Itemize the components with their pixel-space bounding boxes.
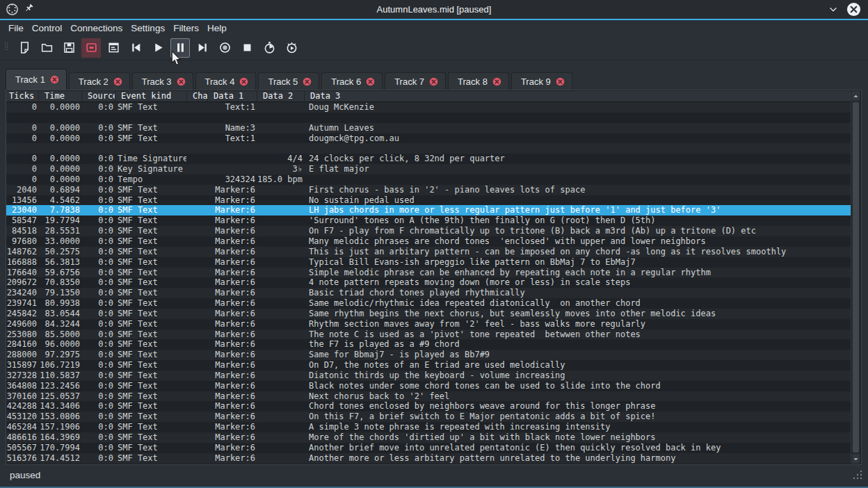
chevron-down-icon[interactable] bbox=[828, 4, 839, 18]
table-row[interactable]: 14876250.25750:0SMF TextMarker:6This is … bbox=[6, 247, 851, 257]
table-row[interactable]: 00.00000:0SMF TextText:1dougmck@tpg.com.… bbox=[6, 133, 851, 144]
tab-track-7[interactable]: Track 7 bbox=[385, 72, 446, 90]
table-row[interactable]: 28416096.00000:0SMF TextMarker:6the F7 i… bbox=[6, 339, 851, 350]
event-window-button[interactable] bbox=[104, 38, 123, 58]
cell: SMF Text bbox=[115, 102, 186, 113]
table-row[interactable]: 9768033.00000:0SMF TextMarker:6Many melo… bbox=[6, 236, 851, 247]
table-row[interactable]: 516376174.45120:0SMF TextMarker:6Another… bbox=[6, 453, 851, 464]
resize-grip-icon[interactable] bbox=[851, 469, 864, 484]
table-row[interactable]: 465284157.19060:0SMF TextMarker:6A simpl… bbox=[6, 422, 851, 432]
alarm-clock-play-button[interactable] bbox=[282, 38, 301, 58]
column-header-data-3[interactable]: Data 3 bbox=[304, 91, 851, 101]
tab-close-icon[interactable] bbox=[429, 77, 438, 86]
timer-button[interactable] bbox=[259, 38, 279, 58]
table-row[interactable] bbox=[6, 113, 851, 123]
menu-connections[interactable]: Connections bbox=[66, 20, 127, 35]
table-row[interactable]: 24584283.05440:0SMF TextMarker:6Same rhy… bbox=[6, 309, 851, 319]
save-file-button[interactable] bbox=[59, 38, 79, 58]
cell: 0:0 bbox=[81, 226, 115, 236]
tab-close-icon[interactable] bbox=[366, 77, 375, 86]
tab-track-1[interactable]: Track 1 bbox=[6, 69, 67, 90]
cell: 28.5531 bbox=[38, 226, 81, 236]
cell bbox=[186, 443, 207, 453]
open-file-button[interactable] bbox=[37, 38, 56, 58]
tab-close-icon[interactable] bbox=[177, 77, 186, 86]
table-row[interactable]: 20400.68940:0SMF TextMarker:6First choru… bbox=[6, 185, 851, 195]
column-header-time[interactable]: Time bbox=[38, 91, 81, 101]
cell bbox=[257, 360, 304, 371]
cell: SMF Text bbox=[115, 277, 186, 288]
table-row[interactable]: 17664059.67560:0SMF TextMarker:6Simple m… bbox=[6, 268, 851, 278]
scroll-down-icon[interactable] bbox=[852, 454, 860, 464]
table-row[interactable]: 230407.78380:0SMF TextMarker:6LH jabs ch… bbox=[6, 205, 851, 215]
table-row[interactable]: 23424079.13500:0SMF TextMarker:6Basic tr… bbox=[6, 288, 851, 298]
column-header-ticks[interactable]: Ticks bbox=[6, 91, 38, 101]
table-row[interactable] bbox=[6, 143, 851, 154]
tab-track-9[interactable]: Track 9 bbox=[511, 72, 572, 90]
column-header-source[interactable]: Source bbox=[81, 91, 115, 101]
cell: 176640 bbox=[6, 268, 38, 278]
skip-backward-button[interactable] bbox=[126, 38, 145, 58]
titlebar[interactable]: AutumnLeaves.mid [paused] bbox=[0, 0, 868, 19]
table-row[interactable]: 00.00000:0Time Signature4/424 clocks per… bbox=[6, 154, 851, 164]
toolbar-drag-handle[interactable] bbox=[3, 39, 12, 57]
tab-close-icon[interactable] bbox=[556, 77, 565, 86]
table-row[interactable]: 315897106.72190:0SMF TextMarker:6On D7, … bbox=[6, 360, 851, 371]
record-button[interactable] bbox=[215, 38, 234, 58]
table-row[interactable]: 505567170.79940:0SMF TextMarker:6Another… bbox=[6, 443, 851, 453]
tab-track-4[interactable]: Track 4 bbox=[195, 72, 257, 90]
tab-close-icon[interactable] bbox=[492, 77, 501, 86]
tab-close-icon[interactable] bbox=[50, 75, 59, 84]
close-icon[interactable] bbox=[846, 2, 861, 17]
menu-help[interactable]: Help bbox=[203, 20, 231, 35]
play-button[interactable] bbox=[148, 38, 168, 58]
table-row[interactable]: 25308085.50000:0SMF TextMarker:6The note… bbox=[6, 330, 851, 340]
vertical-scrollbar[interactable] bbox=[851, 91, 860, 464]
cell: 0:0 bbox=[81, 268, 115, 278]
tab-track-2[interactable]: Track 2 bbox=[69, 72, 130, 90]
tab-close-icon[interactable] bbox=[113, 77, 122, 86]
clear-events-button[interactable] bbox=[81, 38, 101, 58]
stop-button[interactable] bbox=[237, 38, 257, 58]
column-header-chan[interactable]: Chan bbox=[186, 91, 207, 101]
menu-file[interactable]: File bbox=[4, 20, 28, 35]
cell bbox=[186, 277, 207, 288]
table-row[interactable]: 327328110.58370:0SMF TextMarker:6Diatoni… bbox=[6, 371, 851, 381]
column-header-data-1[interactable]: Data 1 bbox=[207, 91, 257, 101]
table-row[interactable]: 00.00000:0SMF TextName:3Autumn Leaves bbox=[6, 123, 851, 133]
tab-close-icon[interactable] bbox=[239, 77, 248, 86]
column-header-data-2[interactable]: Data 2 bbox=[257, 91, 304, 101]
table-row[interactable]: 24960084.32440:0SMF TextMarker:6Rhythm s… bbox=[6, 319, 851, 330]
cell bbox=[186, 298, 207, 309]
new-file-button[interactable] bbox=[15, 38, 34, 58]
tab-track-3[interactable]: Track 3 bbox=[132, 72, 193, 90]
tab-track-8[interactable]: Track 8 bbox=[448, 72, 509, 90]
play-icon bbox=[152, 41, 165, 54]
table-row[interactable]: 20967270.83500:0SMF TextMarker:64 note p… bbox=[6, 277, 851, 288]
column-header-event-kind[interactable]: Event kind bbox=[115, 91, 186, 101]
menu-filters[interactable]: Filters bbox=[169, 20, 203, 35]
table-row[interactable]: 00.00000:0Tempo324324185.0 bpm bbox=[6, 174, 851, 185]
table-row[interactable]: 28800097.29750:0SMF TextMarker:6Same for… bbox=[6, 350, 851, 360]
tab-close-icon[interactable] bbox=[303, 77, 312, 86]
menu-control[interactable]: Control bbox=[28, 20, 67, 35]
skip-forward-button[interactable] bbox=[193, 38, 212, 58]
table-row[interactable]: 424288143.34060:0SMF TextMarker:6Chord t… bbox=[6, 401, 851, 412]
table-row[interactable]: 23974180.99380:0SMF TextMarker:6Same mel… bbox=[6, 298, 851, 309]
table-row[interactable]: 8451828.55310:0SMF TextMarker:6On F7 - p… bbox=[6, 226, 851, 236]
table-row[interactable]: 370160125.05370:0SMF TextMarker:6Next ch… bbox=[6, 391, 851, 402]
table-row[interactable]: 5854719.77940:0SMF TextMarker:6'Surround… bbox=[6, 215, 851, 226]
table-row[interactable]: 00.00000:0Key Signature3♭E flat major bbox=[6, 164, 851, 174]
table-row[interactable]: 134564.54620:0SMF TextMarker:6No sustain… bbox=[6, 195, 851, 206]
scroll-up-icon[interactable] bbox=[852, 91, 860, 101]
table-row[interactable]: 486616164.39690:0SMF TextMarker:6More of… bbox=[6, 432, 851, 443]
table-row[interactable]: 453120153.08060:0SMF TextMarker:6On this… bbox=[6, 412, 851, 422]
tab-track-6[interactable]: Track 6 bbox=[321, 72, 383, 90]
scrollbar-thumb[interactable] bbox=[853, 102, 859, 453]
table-row[interactable]: 16688856.38130:0SMF TextMarker:6Typical … bbox=[6, 257, 851, 268]
table-row[interactable]: 00.00000:0SMF TextText:1Doug McKenzie bbox=[6, 102, 851, 113]
table-row[interactable]: 364808123.24560:0SMF TextMarker:6Black n… bbox=[6, 381, 851, 391]
tab-track-5[interactable]: Track 5 bbox=[258, 72, 319, 90]
cell: 0:0 bbox=[81, 432, 115, 443]
menu-settings[interactable]: Settings bbox=[127, 20, 169, 35]
